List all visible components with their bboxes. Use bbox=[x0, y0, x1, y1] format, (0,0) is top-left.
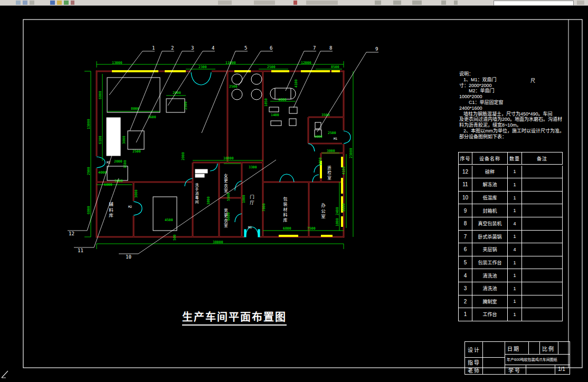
toolbar-icon-fragment[interactable] bbox=[306, 1, 338, 5]
door-labels: M1 M1 M2 M2 bbox=[107, 137, 338, 229]
kettle-circle bbox=[251, 89, 262, 100]
table-cell-qty: 4 bbox=[508, 217, 522, 231]
scale-label: 比例 bbox=[542, 345, 555, 352]
svg-text:3800: 3800 bbox=[206, 196, 211, 205]
table-cell-remark bbox=[522, 243, 563, 256]
svg-text:6800: 6800 bbox=[283, 226, 291, 231]
note-line: 寸：2000*2000 bbox=[459, 83, 567, 89]
toolbar-icon-fragment[interactable] bbox=[441, 1, 446, 5]
toolbar-icon-fragment[interactable] bbox=[50, 1, 55, 5]
table-header: 序号 bbox=[459, 152, 472, 165]
svg-text:2400: 2400 bbox=[335, 207, 339, 215]
table-cell-remark bbox=[522, 308, 563, 321]
table-cell-remark bbox=[522, 256, 563, 270]
toolbar-icon-fragment[interactable] bbox=[30, 1, 34, 5]
kettle-circle bbox=[232, 74, 242, 84]
toolbar-icon-fragment[interactable] bbox=[71, 1, 74, 5]
svg-text:2000: 2000 bbox=[181, 152, 185, 160]
toolbar-field-fragment[interactable] bbox=[494, 1, 574, 5]
table-cell-no: 10 bbox=[459, 192, 472, 205]
table-cell-remark bbox=[522, 178, 563, 192]
svg-text:3300: 3300 bbox=[249, 165, 257, 169]
svg-text:2900: 2900 bbox=[87, 167, 91, 175]
svg-text:8500: 8500 bbox=[331, 65, 339, 69]
toolbar-icon-fragment[interactable] bbox=[412, 1, 422, 5]
table-cell-qty: 4 bbox=[508, 243, 522, 256]
table-cell-name: 解冻池 bbox=[472, 178, 508, 192]
room-label-fuliaoku: 辅料库 bbox=[108, 202, 113, 219]
svg-text:6100: 6100 bbox=[98, 136, 102, 144]
table-cell-remark bbox=[522, 295, 563, 309]
toolbar-icon-fragment[interactable] bbox=[23, 1, 27, 5]
svg-text:6000: 6000 bbox=[98, 91, 102, 99]
toolbar-strip[interactable] bbox=[0, 0, 588, 6]
table-cell-remark bbox=[522, 231, 563, 244]
toolbar-icon-fragment[interactable] bbox=[577, 1, 584, 5]
svg-text:2300: 2300 bbox=[198, 65, 207, 69]
note-line: 2、本图以mm为单位，施工时以设计尺寸为准。 bbox=[459, 128, 567, 134]
table-cell-no: 11 bbox=[459, 178, 472, 192]
svg-text:6000: 6000 bbox=[87, 206, 91, 214]
svg-text:1600: 1600 bbox=[123, 160, 127, 168]
table-cell-no: 5 bbox=[459, 256, 472, 270]
room-label-baocai: 包装材料库 bbox=[282, 197, 287, 223]
table-cell-no: 3 bbox=[459, 282, 472, 295]
table-cell-qty: 1 bbox=[508, 282, 522, 295]
toolbar-icon-fragment[interactable] bbox=[218, 1, 232, 5]
svg-text:5: 5 bbox=[244, 45, 247, 51]
advisor-label-line2: 老师 bbox=[468, 366, 480, 374]
toolbar-icon-fragment[interactable] bbox=[454, 1, 458, 5]
room-label-bangong: 办公室 bbox=[320, 203, 325, 220]
svg-text:1000: 1000 bbox=[242, 195, 246, 203]
cad-viewport[interactable]: 13000 11000 12000 2300 2500 8500 2500 13… bbox=[0, 6, 588, 382]
room-label-nangengyi: 男更衣室 bbox=[223, 208, 227, 228]
toolbar-icon-fragment[interactable] bbox=[375, 1, 381, 5]
svg-text:1000: 1000 bbox=[318, 157, 323, 166]
table-cell-name: 真空包装机 bbox=[472, 217, 508, 231]
date-label: 日期 bbox=[507, 345, 520, 352]
svg-text:8000: 8000 bbox=[342, 203, 346, 212]
kettle-circle bbox=[232, 89, 242, 100]
svg-text:M1: M1 bbox=[248, 225, 252, 229]
svg-text:3: 3 bbox=[191, 45, 194, 51]
toolbar-icon-fragment[interactable] bbox=[57, 1, 62, 5]
project-title: 年产600吨软包装鸡爪车间图纸 bbox=[507, 357, 557, 362]
table-cell-name: 清洗池 bbox=[472, 282, 508, 295]
svg-text:4500: 4500 bbox=[165, 218, 173, 222]
table-cell-name: 封箱机 bbox=[472, 204, 508, 217]
svg-text:6: 6 bbox=[270, 45, 272, 51]
table-cell-remark bbox=[522, 269, 563, 282]
note-line: 料为沥青胶泥，缝宽8~10m。 bbox=[459, 122, 567, 128]
table-cell-name: 磅秤 bbox=[472, 166, 508, 179]
table-cell-remark bbox=[522, 217, 563, 231]
table-cell-no: 8 bbox=[459, 217, 472, 231]
toolbar-icon-fragment[interactable] bbox=[293, 1, 297, 5]
svg-text:4: 4 bbox=[212, 45, 214, 51]
svg-text:12: 12 bbox=[69, 231, 74, 236]
svg-text:2500: 2500 bbox=[132, 149, 141, 154]
walls bbox=[95, 70, 345, 238]
svg-text:7800: 7800 bbox=[262, 203, 266, 212]
svg-text:9: 9 bbox=[375, 46, 378, 52]
drawing-title: 生产车间平面布置图 bbox=[182, 309, 287, 326]
svg-text:M2: M2 bbox=[128, 205, 132, 208]
table-cell-no: 2 bbox=[459, 295, 472, 309]
table-cell-qty: 1 bbox=[508, 308, 522, 321]
svg-text:3000: 3000 bbox=[122, 136, 126, 144]
table-cell-name: 清洗池 bbox=[472, 269, 508, 282]
table-cell-qty: 1 bbox=[508, 178, 522, 192]
toolbar-icon-fragment[interactable] bbox=[64, 1, 69, 5]
svg-text:2500: 2500 bbox=[229, 84, 238, 89]
toolbar-icon-fragment[interactable] bbox=[254, 1, 275, 5]
svg-text:38000: 38000 bbox=[213, 240, 223, 244]
table-cell-name: 夹层锅 bbox=[472, 243, 508, 256]
toolbar-icon-fragment[interactable] bbox=[16, 1, 21, 5]
table-cell-name: 包装工作台 bbox=[472, 256, 508, 270]
kettle-circle bbox=[251, 74, 262, 84]
note-line: 1、M1：双扇门 bbox=[459, 77, 567, 83]
table-cell-name: 腌制室 bbox=[472, 295, 508, 309]
table-cell-qty: 1 bbox=[508, 256, 522, 270]
svg-text:3000: 3000 bbox=[134, 189, 138, 198]
toolbar-icon-fragment[interactable] bbox=[393, 1, 401, 5]
svg-text:2500: 2500 bbox=[328, 131, 336, 135]
